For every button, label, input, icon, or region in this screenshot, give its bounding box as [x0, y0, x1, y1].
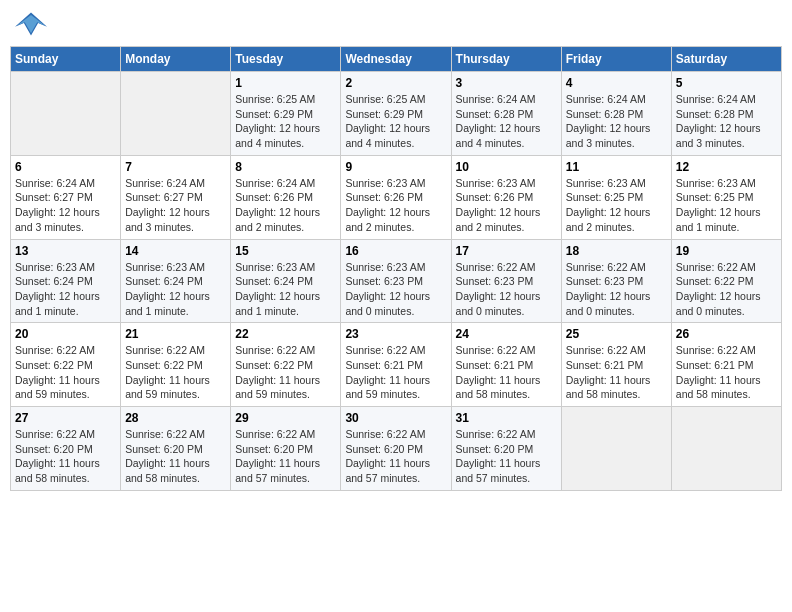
- day-number: 26: [676, 327, 777, 341]
- weekday-header-saturday: Saturday: [671, 47, 781, 72]
- calendar-table: SundayMondayTuesdayWednesdayThursdayFrid…: [10, 46, 782, 491]
- day-info: Sunrise: 6:24 AM Sunset: 6:26 PM Dayligh…: [235, 176, 336, 235]
- day-info: Sunrise: 6:22 AM Sunset: 6:20 PM Dayligh…: [345, 427, 446, 486]
- day-info: Sunrise: 6:22 AM Sunset: 6:23 PM Dayligh…: [456, 260, 557, 319]
- day-number: 18: [566, 244, 667, 258]
- day-info: Sunrise: 6:23 AM Sunset: 6:25 PM Dayligh…: [676, 176, 777, 235]
- day-number: 6: [15, 160, 116, 174]
- calendar-cell: [561, 407, 671, 491]
- calendar-week-4: 20Sunrise: 6:22 AM Sunset: 6:22 PM Dayli…: [11, 323, 782, 407]
- weekday-header-thursday: Thursday: [451, 47, 561, 72]
- day-number: 15: [235, 244, 336, 258]
- weekday-header-wednesday: Wednesday: [341, 47, 451, 72]
- day-number: 11: [566, 160, 667, 174]
- day-number: 20: [15, 327, 116, 341]
- calendar-cell: 22Sunrise: 6:22 AM Sunset: 6:22 PM Dayli…: [231, 323, 341, 407]
- day-number: 4: [566, 76, 667, 90]
- calendar-week-5: 27Sunrise: 6:22 AM Sunset: 6:20 PM Dayli…: [11, 407, 782, 491]
- calendar-header: SundayMondayTuesdayWednesdayThursdayFrid…: [11, 47, 782, 72]
- calendar-cell: 3Sunrise: 6:24 AM Sunset: 6:28 PM Daylig…: [451, 72, 561, 156]
- logo: [15, 10, 51, 38]
- day-info: Sunrise: 6:22 AM Sunset: 6:20 PM Dayligh…: [456, 427, 557, 486]
- day-info: Sunrise: 6:22 AM Sunset: 6:22 PM Dayligh…: [235, 343, 336, 402]
- calendar-cell: 19Sunrise: 6:22 AM Sunset: 6:22 PM Dayli…: [671, 239, 781, 323]
- page-header: [10, 10, 782, 38]
- day-number: 2: [345, 76, 446, 90]
- calendar-cell: [11, 72, 121, 156]
- day-number: 10: [456, 160, 557, 174]
- day-number: 9: [345, 160, 446, 174]
- calendar-cell: 26Sunrise: 6:22 AM Sunset: 6:21 PM Dayli…: [671, 323, 781, 407]
- calendar-week-2: 6Sunrise: 6:24 AM Sunset: 6:27 PM Daylig…: [11, 155, 782, 239]
- day-number: 12: [676, 160, 777, 174]
- calendar-cell: 8Sunrise: 6:24 AM Sunset: 6:26 PM Daylig…: [231, 155, 341, 239]
- day-number: 14: [125, 244, 226, 258]
- logo-icon: [15, 10, 47, 38]
- day-info: Sunrise: 6:23 AM Sunset: 6:24 PM Dayligh…: [125, 260, 226, 319]
- calendar-cell: 30Sunrise: 6:22 AM Sunset: 6:20 PM Dayli…: [341, 407, 451, 491]
- weekday-header-monday: Monday: [121, 47, 231, 72]
- day-info: Sunrise: 6:24 AM Sunset: 6:28 PM Dayligh…: [676, 92, 777, 151]
- day-number: 31: [456, 411, 557, 425]
- day-number: 28: [125, 411, 226, 425]
- calendar-cell: 20Sunrise: 6:22 AM Sunset: 6:22 PM Dayli…: [11, 323, 121, 407]
- day-info: Sunrise: 6:25 AM Sunset: 6:29 PM Dayligh…: [235, 92, 336, 151]
- calendar-cell: 13Sunrise: 6:23 AM Sunset: 6:24 PM Dayli…: [11, 239, 121, 323]
- calendar-cell: 24Sunrise: 6:22 AM Sunset: 6:21 PM Dayli…: [451, 323, 561, 407]
- calendar-cell: 18Sunrise: 6:22 AM Sunset: 6:23 PM Dayli…: [561, 239, 671, 323]
- day-number: 22: [235, 327, 336, 341]
- day-info: Sunrise: 6:22 AM Sunset: 6:22 PM Dayligh…: [15, 343, 116, 402]
- calendar-cell: 6Sunrise: 6:24 AM Sunset: 6:27 PM Daylig…: [11, 155, 121, 239]
- day-number: 23: [345, 327, 446, 341]
- day-number: 16: [345, 244, 446, 258]
- calendar-cell: 2Sunrise: 6:25 AM Sunset: 6:29 PM Daylig…: [341, 72, 451, 156]
- calendar-cell: 28Sunrise: 6:22 AM Sunset: 6:20 PM Dayli…: [121, 407, 231, 491]
- calendar-cell: 23Sunrise: 6:22 AM Sunset: 6:21 PM Dayli…: [341, 323, 451, 407]
- day-number: 21: [125, 327, 226, 341]
- day-number: 25: [566, 327, 667, 341]
- calendar-cell: 12Sunrise: 6:23 AM Sunset: 6:25 PM Dayli…: [671, 155, 781, 239]
- day-info: Sunrise: 6:22 AM Sunset: 6:21 PM Dayligh…: [345, 343, 446, 402]
- day-number: 17: [456, 244, 557, 258]
- calendar-week-3: 13Sunrise: 6:23 AM Sunset: 6:24 PM Dayli…: [11, 239, 782, 323]
- day-info: Sunrise: 6:22 AM Sunset: 6:20 PM Dayligh…: [125, 427, 226, 486]
- day-number: 19: [676, 244, 777, 258]
- day-number: 29: [235, 411, 336, 425]
- day-info: Sunrise: 6:23 AM Sunset: 6:24 PM Dayligh…: [235, 260, 336, 319]
- day-info: Sunrise: 6:22 AM Sunset: 6:20 PM Dayligh…: [235, 427, 336, 486]
- calendar-cell: 1Sunrise: 6:25 AM Sunset: 6:29 PM Daylig…: [231, 72, 341, 156]
- day-info: Sunrise: 6:24 AM Sunset: 6:27 PM Dayligh…: [15, 176, 116, 235]
- calendar-cell: 25Sunrise: 6:22 AM Sunset: 6:21 PM Dayli…: [561, 323, 671, 407]
- day-info: Sunrise: 6:23 AM Sunset: 6:25 PM Dayligh…: [566, 176, 667, 235]
- day-number: 1: [235, 76, 336, 90]
- day-info: Sunrise: 6:22 AM Sunset: 6:23 PM Dayligh…: [566, 260, 667, 319]
- day-number: 13: [15, 244, 116, 258]
- calendar-cell: [671, 407, 781, 491]
- day-info: Sunrise: 6:22 AM Sunset: 6:21 PM Dayligh…: [676, 343, 777, 402]
- calendar-cell: 15Sunrise: 6:23 AM Sunset: 6:24 PM Dayli…: [231, 239, 341, 323]
- day-number: 8: [235, 160, 336, 174]
- day-info: Sunrise: 6:23 AM Sunset: 6:24 PM Dayligh…: [15, 260, 116, 319]
- calendar-cell: 9Sunrise: 6:23 AM Sunset: 6:26 PM Daylig…: [341, 155, 451, 239]
- day-info: Sunrise: 6:23 AM Sunset: 6:26 PM Dayligh…: [345, 176, 446, 235]
- calendar-cell: 7Sunrise: 6:24 AM Sunset: 6:27 PM Daylig…: [121, 155, 231, 239]
- day-info: Sunrise: 6:25 AM Sunset: 6:29 PM Dayligh…: [345, 92, 446, 151]
- calendar-cell: 5Sunrise: 6:24 AM Sunset: 6:28 PM Daylig…: [671, 72, 781, 156]
- day-info: Sunrise: 6:24 AM Sunset: 6:28 PM Dayligh…: [566, 92, 667, 151]
- day-info: Sunrise: 6:24 AM Sunset: 6:27 PM Dayligh…: [125, 176, 226, 235]
- calendar-cell: 16Sunrise: 6:23 AM Sunset: 6:23 PM Dayli…: [341, 239, 451, 323]
- calendar-cell: 21Sunrise: 6:22 AM Sunset: 6:22 PM Dayli…: [121, 323, 231, 407]
- calendar-cell: 27Sunrise: 6:22 AM Sunset: 6:20 PM Dayli…: [11, 407, 121, 491]
- weekday-header-tuesday: Tuesday: [231, 47, 341, 72]
- day-info: Sunrise: 6:23 AM Sunset: 6:23 PM Dayligh…: [345, 260, 446, 319]
- day-info: Sunrise: 6:22 AM Sunset: 6:22 PM Dayligh…: [125, 343, 226, 402]
- calendar-cell: [121, 72, 231, 156]
- day-info: Sunrise: 6:22 AM Sunset: 6:20 PM Dayligh…: [15, 427, 116, 486]
- weekday-header-friday: Friday: [561, 47, 671, 72]
- day-number: 3: [456, 76, 557, 90]
- day-info: Sunrise: 6:23 AM Sunset: 6:26 PM Dayligh…: [456, 176, 557, 235]
- day-info: Sunrise: 6:22 AM Sunset: 6:21 PM Dayligh…: [566, 343, 667, 402]
- weekday-header-sunday: Sunday: [11, 47, 121, 72]
- day-info: Sunrise: 6:24 AM Sunset: 6:28 PM Dayligh…: [456, 92, 557, 151]
- calendar-cell: 11Sunrise: 6:23 AM Sunset: 6:25 PM Dayli…: [561, 155, 671, 239]
